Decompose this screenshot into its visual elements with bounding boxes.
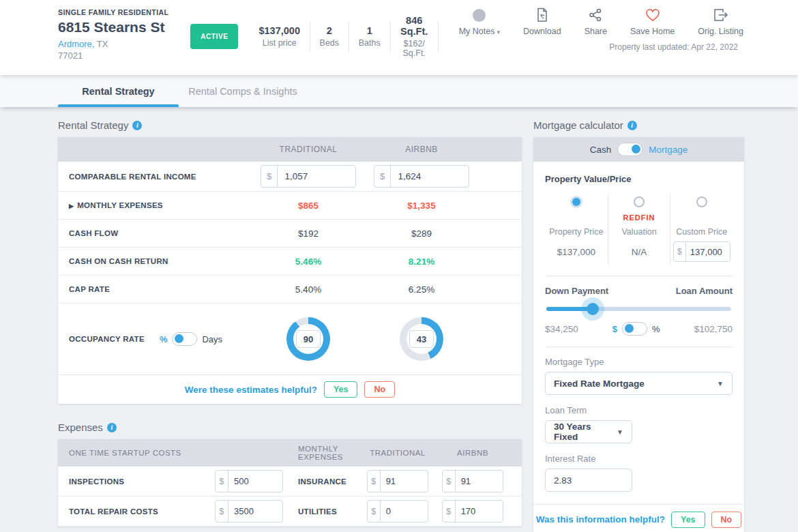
currency-symbol: $ xyxy=(374,166,391,187)
loan-term-value: 30 Years Fixed xyxy=(554,422,617,442)
days-option-label[interactable]: Days xyxy=(202,334,222,344)
property-price-radio[interactable] xyxy=(571,196,582,207)
stat-sqft: 846 Sq.Ft. $162/ Sq.Ft. xyxy=(390,15,438,58)
expenses-row-2: TOTAL REPAIR COSTS $ UTILITIES $ xyxy=(58,497,522,527)
orig-listing-button[interactable]: Orig. Listing xyxy=(698,7,743,36)
utilities-airbnb-input[interactable] xyxy=(456,501,503,522)
info-icon[interactable]: i xyxy=(627,121,637,130)
monthly-expenses-label: MONTHLY EXPENSES xyxy=(77,201,163,209)
loan-term-select[interactable]: 30 Years Fixed ▼ xyxy=(545,420,632,443)
caret-down-icon: ▼ xyxy=(617,428,623,436)
mortgage-option-label[interactable]: Mortgage xyxy=(649,145,688,155)
percent-option-label[interactable]: % xyxy=(652,324,660,334)
pdf-download-icon xyxy=(535,7,549,23)
property-value-options: Property Price $137,000 REDFIN Valuation… xyxy=(545,194,733,265)
traditional-monthly-expenses: $865 xyxy=(252,201,365,211)
share-button[interactable]: Share xyxy=(585,7,607,36)
traditional-cap-rate: 5.40% xyxy=(252,284,365,295)
rental-strategy-table: TRADITIONAL AIRBNB COMPARABLE RENTAL INC… xyxy=(58,137,522,404)
rental-strategy-title: Rental Strategy xyxy=(58,119,128,131)
stat-beds: 2 Beds xyxy=(310,25,349,48)
expenses-table: ONE TIME STARTUP COSTS MONTHLY EXPENSES … xyxy=(58,439,522,527)
mortgage-no-button[interactable]: No xyxy=(711,512,742,528)
my-notes-button[interactable]: My Notes▾ xyxy=(459,7,500,36)
dollar-option-label[interactable]: $ xyxy=(612,324,617,334)
utilities-label: UTILITIES xyxy=(298,507,367,516)
last-updated-text: Property last updated: Apr 22, 2022 xyxy=(459,42,743,52)
mortgage-type-select[interactable]: Fixed Rate Mortgage ▼ xyxy=(545,372,733,395)
airbnb-occupancy-input[interactable] xyxy=(409,330,434,348)
inspections-input[interactable] xyxy=(228,471,282,492)
info-icon[interactable]: i xyxy=(107,423,117,432)
mortgage-type-value: Fixed Rate Mortgage xyxy=(554,379,645,389)
divider xyxy=(545,276,733,276)
share-icon xyxy=(589,7,602,23)
expenses-table-header: ONE TIME STARTUP COSTS MONTHLY EXPENSES … xyxy=(58,439,522,467)
expand-triangle-icon[interactable]: ▶ xyxy=(69,203,74,209)
save-home-button[interactable]: Save Home xyxy=(630,7,675,36)
occupancy-donut-traditional xyxy=(286,317,330,361)
percent-option-label[interactable]: % xyxy=(160,334,168,344)
startup-costs-header: ONE TIME STARTUP COSTS xyxy=(69,449,181,457)
loan-term-label: Loan Term xyxy=(545,405,733,415)
traditional-occupancy-input[interactable] xyxy=(296,330,321,348)
property-price-name: Property Price xyxy=(549,227,603,237)
orig-listing-label: Orig. Listing xyxy=(698,27,743,36)
table-row-monthly-expenses[interactable]: ▶MONTHLY EXPENSES $865 $1,335 xyxy=(58,192,522,220)
monthly-expenses-header: MONTHLY EXPENSES xyxy=(298,445,367,461)
stat-list-price: $137,000 List price xyxy=(249,25,309,48)
repair-costs-input-group: $ xyxy=(215,500,283,522)
sqft-value: 846 Sq.Ft. xyxy=(400,15,428,37)
list-price-label: List price xyxy=(258,38,299,48)
property-value-label: Property Value/Price xyxy=(545,174,733,184)
utilities-traditional-group: $ xyxy=(367,500,428,522)
property-header: SINGLE FAMILY RESIDENTIAL 6815 Stearns S… xyxy=(0,0,798,75)
mortgage-yes-button[interactable]: Yes xyxy=(671,512,705,528)
redfin-valuation-radio[interactable] xyxy=(634,196,645,207)
down-payment-slider[interactable] xyxy=(546,303,731,315)
cash-mortgage-toggle[interactable] xyxy=(617,143,642,156)
state-label: TX xyxy=(97,39,108,49)
custom-price-radio[interactable] xyxy=(696,196,707,207)
repair-costs-input[interactable] xyxy=(228,501,282,522)
rental-income-label: COMPARABLE RENTAL INCOME xyxy=(58,173,252,181)
insurance-traditional-input[interactable] xyxy=(381,471,428,492)
airbnb-cash-flow: $289 xyxy=(365,228,478,239)
airbnb-income-input[interactable] xyxy=(391,166,469,187)
cash-option-label[interactable]: Cash xyxy=(590,145,612,155)
custom-price-name: Custom Price xyxy=(676,227,727,237)
tab-rental-comps-insights[interactable]: Rental Comps & Insights xyxy=(179,75,307,107)
dollar-percent-toggle[interactable] xyxy=(622,322,647,336)
interest-rate-label: Interest Rate xyxy=(545,454,733,464)
percent-days-toggle[interactable] xyxy=(172,332,197,346)
down-payment-amount: $34,250 xyxy=(545,324,578,334)
table-row-rental-income: COMPARABLE RENTAL INCOME $ $ xyxy=(58,162,522,192)
tab-bar: Rental Strategy Rental Comps & Insights xyxy=(0,75,798,107)
tab-rental-strategy[interactable]: Rental Strategy xyxy=(58,75,179,107)
expenses-column-traditional: TRADITIONAL xyxy=(367,449,428,457)
share-label: Share xyxy=(585,27,607,36)
interest-rate-input[interactable] xyxy=(545,469,632,492)
occupancy-donut-airbnb xyxy=(400,317,443,361)
insurance-airbnb-input[interactable] xyxy=(456,471,503,492)
baths-value: 1 xyxy=(359,25,381,36)
custom-price-input[interactable] xyxy=(686,242,730,261)
currency-symbol: $ xyxy=(216,501,228,522)
currency-symbol: $ xyxy=(216,471,228,492)
download-button[interactable]: Download xyxy=(523,7,561,36)
estimates-yes-button[interactable]: Yes xyxy=(324,381,358,398)
traditional-income-input[interactable] xyxy=(278,166,355,187)
my-notes-label: My Notes xyxy=(459,27,495,36)
estimates-no-button[interactable]: No xyxy=(364,381,395,398)
currency-symbol: $ xyxy=(261,166,278,187)
city-link[interactable]: Ardmore, xyxy=(58,39,94,49)
status-badge[interactable]: ACTIVE xyxy=(190,24,238,49)
utilities-traditional-input[interactable] xyxy=(381,501,428,522)
custom-price-input-group: $ xyxy=(673,241,730,262)
info-icon[interactable]: i xyxy=(132,121,142,130)
valuation-value: N/A xyxy=(632,247,647,257)
redfin-valuation-option: REDFIN Valuation N/A xyxy=(608,194,670,265)
property-price-value: $137,000 xyxy=(557,247,595,257)
slider-handle[interactable] xyxy=(587,303,599,315)
currency-symbol: $ xyxy=(368,501,381,522)
